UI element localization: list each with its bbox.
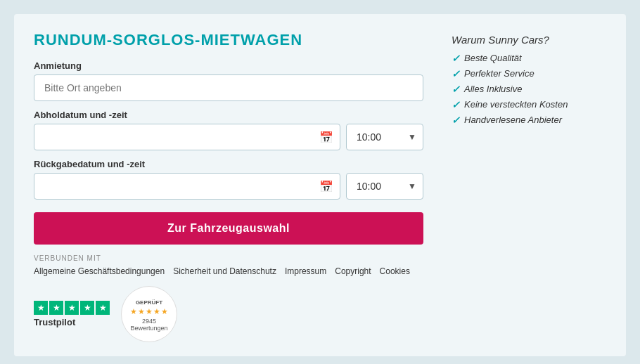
- rueckgabe-date-wrapper: Montag 11. Oktober 2021 📅: [34, 173, 340, 200]
- why-list: ✓ Beste Qualität ✓ Perfekter Service ✓ A…: [452, 53, 606, 126]
- abhold-time-wrapper: 10:00 11:00 12:00 ▼: [346, 124, 423, 150]
- tp-star-5: ★: [96, 301, 110, 315]
- why-item-4-text: Keine versteckten Kosten: [464, 99, 568, 110]
- footer-link-copyright[interactable]: Copyright: [335, 266, 371, 276]
- rueckgabe-date-input[interactable]: Montag 11. Oktober 2021: [34, 173, 340, 200]
- tp-star-3: ★: [65, 301, 79, 315]
- why-item-3: ✓ Alles Inklusive: [452, 84, 606, 95]
- ekomi-star-2: ★: [138, 307, 145, 316]
- ekomi-label: GEPRÜFT: [136, 299, 162, 306]
- why-item-1-text: Beste Qualität: [464, 53, 522, 63]
- ekomi-star-3: ★: [146, 307, 153, 316]
- why-item-3-text: Alles Inklusive: [464, 84, 522, 94]
- tp-star-2: ★: [49, 301, 63, 315]
- main-layout: RUNDUM-SORGLOS-MIETWAGEN Anmietung Abhol…: [34, 31, 606, 342]
- ekomi-star-4: ★: [153, 307, 160, 316]
- check-icon-1: ✓: [452, 53, 460, 64]
- page-title: RUNDUM-SORGLOS-MIETWAGEN: [34, 31, 423, 49]
- why-item-1: ✓ Beste Qualität: [452, 53, 606, 64]
- footer-link-cookies[interactable]: Cookies: [380, 266, 410, 276]
- rueckgabe-time-select[interactable]: 10:00 11:00 12:00: [346, 173, 423, 200]
- footer-links: Allgemeine Geschäftsbedingungen Sicherhe…: [34, 266, 423, 276]
- tp-star-1: ★: [34, 301, 48, 315]
- check-icon-2: ✓: [452, 68, 460, 79]
- main-container: RUNDUM-SORGLOS-MIETWAGEN Anmietung Abhol…: [14, 14, 626, 356]
- footer-link-impressum[interactable]: Impressum: [285, 266, 326, 276]
- check-icon-3: ✓: [452, 84, 460, 95]
- check-icon-5: ✓: [452, 115, 460, 126]
- trustpilot-stars: ★ ★ ★ ★ ★: [34, 301, 110, 315]
- right-panel: Warum Sunny Cars? ✓ Beste Qualität ✓ Per…: [452, 31, 606, 126]
- ekomi-star-5: ★: [161, 307, 168, 316]
- abhold-date-input[interactable]: Montag 4. Oktober 2021: [34, 124, 340, 150]
- why-item-4: ✓ Keine versteckten Kosten: [452, 99, 606, 110]
- why-item-2-text: Perfekter Service: [464, 68, 535, 79]
- anmietung-input[interactable]: [34, 74, 423, 101]
- rueckgabe-time-wrapper: 10:00 11:00 12:00 ▼: [346, 173, 423, 200]
- rueckgabe-label: Rückgabedatum und -zeit: [34, 159, 423, 169]
- abhold-date-wrapper: Montag 4. Oktober 2021 📅: [34, 124, 340, 150]
- abhold-label: Abholdatum und -zeit: [34, 110, 423, 120]
- why-title: Warum Sunny Cars?: [452, 34, 606, 46]
- ekomi-stars: ★ ★ ★ ★ ★: [130, 307, 168, 316]
- abhold-time-select[interactable]: 10:00 11:00 12:00: [346, 124, 423, 150]
- abhold-row: Montag 4. Oktober 2021 📅 10:00 11:00 12:…: [34, 124, 423, 150]
- ekomi-badge: GEPRÜFT ★ ★ ★ ★ ★ 2945 Bewertungen: [121, 286, 177, 342]
- trustpilot-label: Trustpilot: [34, 317, 75, 327]
- why-item-5: ✓ Handverlesene Anbieter: [452, 115, 606, 126]
- footer-link-sicherheit[interactable]: Sicherheit und Datenschutz: [173, 266, 276, 276]
- footer-link-agb[interactable]: Allgemeine Geschäftsbedingungen: [34, 266, 165, 276]
- ekomi-count: 2945 Bewertungen: [126, 318, 172, 332]
- trustpilot-badge: ★ ★ ★ ★ ★ Trustpilot: [34, 301, 110, 327]
- ekomi-star-1: ★: [130, 307, 137, 316]
- verbunden-mit-label: VERBUNDEN MIT: [34, 254, 423, 262]
- search-button[interactable]: Zur Fahrzeugauswahl: [34, 212, 423, 245]
- badges-row: ★ ★ ★ ★ ★ Trustpilot GEPRÜFT ★ ★ ★ ★: [34, 286, 423, 342]
- tp-star-4: ★: [80, 301, 94, 315]
- check-icon-4: ✓: [452, 99, 460, 110]
- why-item-5-text: Handverlesene Anbieter: [464, 115, 562, 125]
- why-item-2: ✓ Perfekter Service: [452, 68, 606, 79]
- anmietung-label: Anmietung: [34, 60, 423, 71]
- left-panel: RUNDUM-SORGLOS-MIETWAGEN Anmietung Abhol…: [34, 31, 423, 342]
- rueckgabe-row: Montag 11. Oktober 2021 📅 10:00 11:00 12…: [34, 173, 423, 200]
